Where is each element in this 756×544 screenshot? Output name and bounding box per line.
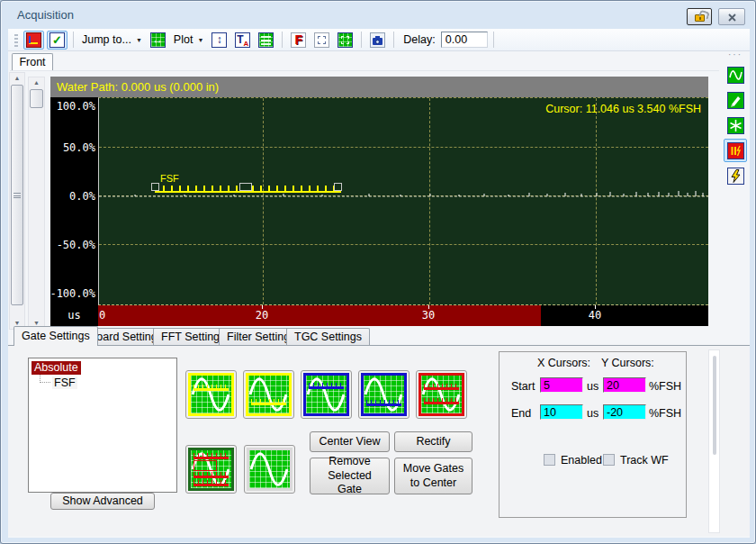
start-y-input[interactable] (603, 377, 646, 393)
waveform-plot[interactable]: Cursor: 11.046 us 3.540 %FSH FSF (98, 97, 708, 305)
lightning-icon (727, 168, 744, 185)
tab-gate-settings[interactable]: Gate Settings (14, 326, 98, 346)
x-tick: 0 (96, 309, 118, 322)
client-area: Front ▲ ▼ ▲ ▼ Water Path: 0.000 us (0.00… (8, 51, 750, 538)
close-button[interactable] (718, 8, 745, 25)
gate-start-handle[interactable] (151, 183, 159, 191)
vertical-scrollbar[interactable]: ▲ ▼ (28, 77, 45, 330)
acquisition-window: Acquisition ✓ Jump to... ▼ ↔ Plot ▼ (0, 0, 756, 544)
track-wf-checkbox[interactable] (603, 454, 615, 466)
scroll-up-icon[interactable]: ▲ (29, 77, 44, 88)
enabled-checkbox[interactable] (544, 454, 555, 466)
x-cursors-header: X Cursors: (537, 357, 590, 369)
gate-negative-icon (246, 373, 292, 416)
zoom-region-button[interactable] (311, 31, 332, 50)
side-toolbar: ··· (720, 52, 751, 340)
y-tick: 0.0% (69, 190, 95, 203)
waterfall-button[interactable] (256, 31, 276, 50)
gate-mid-handle[interactable] (239, 183, 252, 191)
title-bar[interactable]: Acquisition (1, 1, 755, 28)
gate-type-multi-button[interactable] (185, 445, 237, 494)
scroll-up-icon[interactable]: ▲ (10, 73, 24, 84)
tree-item-fsf[interactable]: FSF (52, 376, 77, 389)
snapshot-button[interactable] (367, 31, 388, 50)
enable-button[interactable]: ✓ (47, 31, 68, 50)
main-toolbar: ✓ Jump to... ▼ ↔ Plot ▼ ↕ TA F (8, 29, 750, 51)
pin-button[interactable] (687, 8, 712, 25)
fsh-label: %FSH (649, 380, 681, 393)
end-label: End (511, 407, 531, 420)
settings-panel: Gate Settings Board Settings FFT Setting… (8, 326, 750, 537)
tree-item-absolute[interactable]: Absolute (32, 361, 81, 375)
move-gates-to-center-button[interactable]: Move Gates to Center (394, 458, 472, 494)
fit-horizontal-button[interactable]: ↔ (148, 31, 168, 50)
clear-button[interactable] (724, 113, 747, 137)
gate-type-positive-button[interactable] (185, 370, 237, 419)
gate-end-handle[interactable] (334, 183, 342, 191)
zoom-region-icon (314, 32, 329, 48)
gate-type-dual-button[interactable] (416, 370, 467, 419)
end-y-input[interactable] (603, 404, 646, 420)
camera-icon (370, 32, 385, 48)
gate-type-blue-positive-button[interactable] (301, 370, 352, 419)
gate-type-negative-button[interactable] (243, 370, 294, 419)
fsf-gate[interactable]: FSF (155, 173, 346, 200)
x-axis-unit: us (50, 305, 98, 326)
gate-type-none-button[interactable] (244, 445, 295, 494)
fit-horizontal-icon: ↔ (150, 32, 166, 48)
enabled-label: Enabled (561, 454, 602, 467)
y-tick: -100.0% (50, 287, 95, 300)
close-icon (728, 14, 736, 22)
filter-button[interactable]: F (288, 31, 309, 50)
gain-scrollbar[interactable]: ▲ ▼ (9, 72, 25, 330)
water-path-readout: Water Path: 0.000 us (0.000 in) (50, 77, 708, 97)
pause-lightning-icon (727, 142, 744, 159)
trigger-button[interactable] (724, 164, 747, 187)
splitter-thumb[interactable] (713, 356, 716, 455)
asterisk-icon (727, 117, 744, 134)
panel-splitter[interactable] (708, 349, 720, 533)
toolbar-overflow-grip[interactable]: ··· (720, 52, 751, 61)
separator (393, 32, 394, 48)
checkbox-icon: ✓ (50, 32, 65, 48)
gate-settings-body: Absolute FSF Show Advanced (8, 345, 750, 536)
gate-dual-icon (418, 373, 464, 416)
edit-button[interactable] (724, 88, 747, 112)
scrollbar-thumb[interactable] (11, 85, 23, 305)
ascan-display-button[interactable] (23, 31, 44, 50)
toolbar-grip[interactable] (14, 32, 18, 47)
scrollbar-thumb[interactable] (30, 89, 43, 108)
show-advanced-button[interactable]: Show Advanced (50, 493, 155, 510)
gate-blue-positive-icon (303, 373, 349, 416)
waveform-view-button[interactable] (724, 63, 747, 86)
fit-vertical-button[interactable]: ↕ (209, 31, 230, 50)
grid-region-icon (338, 32, 353, 48)
start-x-input[interactable] (540, 377, 583, 393)
plot-dropdown[interactable]: Plot ▼ (171, 31, 206, 50)
separator (361, 32, 362, 48)
unlock-icon (695, 14, 705, 22)
ascan-icon (26, 32, 41, 48)
delay-input[interactable] (441, 32, 488, 48)
tab-front[interactable]: Front (12, 53, 53, 71)
window-title: Acquisition (17, 8, 74, 22)
end-x-input[interactable] (540, 404, 583, 420)
rectify-button[interactable]: Rectify (394, 431, 472, 452)
center-view-button[interactable]: Center View (310, 431, 390, 452)
pause-acquisition-button[interactable] (724, 139, 747, 162)
tree-connector (40, 375, 50, 383)
filter-icon: F (291, 32, 306, 48)
x-tick: 20 (251, 309, 273, 322)
tab-tgc-settings[interactable]: TGC Settings (286, 328, 370, 346)
gate-type-blue-negative-button[interactable] (358, 370, 410, 419)
x-axis-bar: 0 20 30 40 (98, 305, 708, 326)
waterfall-icon (258, 32, 274, 48)
jump-to-dropdown[interactable]: Jump to... ▼ (79, 31, 145, 50)
separator (73, 32, 74, 48)
grid-region-button[interactable] (335, 31, 356, 50)
gate-positive-icon (188, 373, 234, 416)
text-annotation-button[interactable]: TA (232, 31, 253, 50)
gate-tree[interactable]: Absolute FSF (28, 358, 177, 493)
y-tick: 100.0% (57, 100, 95, 113)
remove-selected-gate-button[interactable]: Remove Selected Gate (310, 458, 390, 494)
